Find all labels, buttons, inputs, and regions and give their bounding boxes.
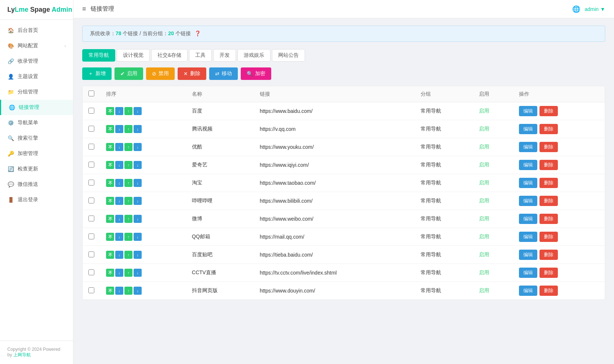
sidebar-item-collection[interactable]: 🔗 收录管理 [0,54,73,69]
edit-button-9[interactable]: 编辑 [519,268,537,278]
sort-bottom-0[interactable]: ↓ [115,107,123,115]
sidebar-item-theme[interactable]: 👤 主题设置 [0,69,73,84]
sort-top-7[interactable]: 不 [106,233,114,241]
delete-button-9[interactable]: 删除 [539,268,558,278]
delete-button-6[interactable]: 删除 [539,214,558,224]
sidebar-item-logout[interactable]: 🚪 退出登录 [0,192,73,207]
sort-down-7[interactable]: ↓ [134,233,142,241]
delete-button-5[interactable]: 删除 [539,196,558,206]
tab-tools[interactable]: 工具 [189,49,212,62]
sort-up-8[interactable]: ↑ [124,251,132,259]
sort-down-0[interactable]: ↓ [134,107,142,115]
sort-bottom-9[interactable]: ↓ [115,269,123,277]
sort-up-9[interactable]: ↑ [124,269,132,277]
footer-link[interactable]: 上网导航 [13,352,31,357]
sort-bottom-8[interactable]: ↓ [115,251,123,259]
row-checkbox-5[interactable] [88,198,94,203]
sort-down-5[interactable]: ↓ [134,197,142,205]
edit-button-7[interactable]: 编辑 [519,232,537,242]
sort-down-3[interactable]: ↓ [134,161,142,169]
edit-button-2[interactable]: 编辑 [519,142,537,152]
hamburger-icon[interactable]: ≡ [82,5,86,13]
sort-top-1[interactable]: 不 [106,125,114,133]
sort-up-6[interactable]: ↑ [124,215,132,223]
sort-up-10[interactable]: ↑ [124,287,132,295]
sort-down-9[interactable]: ↓ [134,269,142,277]
sort-top-6[interactable]: 不 [106,215,114,223]
edit-button-6[interactable]: 编辑 [519,214,537,224]
sort-up-1[interactable]: ↑ [124,125,132,133]
delete-button-4[interactable]: 删除 [539,178,558,188]
theme-icon[interactable]: 🌐 [572,5,580,13]
sort-up-3[interactable]: ↑ [124,161,132,169]
tab-design-view[interactable]: 设计视觉 [117,49,150,62]
row-checkbox-0[interactable] [88,108,94,114]
sort-down-6[interactable]: ↓ [134,215,142,223]
sort-up-5[interactable]: ↑ [124,197,132,205]
row-checkbox-8[interactable] [88,251,94,257]
sort-top-5[interactable]: 不 [106,197,114,205]
row-checkbox-10[interactable] [88,287,94,293]
sort-down-8[interactable]: ↓ [134,251,142,259]
delete-button-1[interactable]: 删除 [539,124,558,134]
delete-button-3[interactable]: 删除 [539,160,558,170]
move-button[interactable]: ⇄ 移动 [209,67,238,80]
encrypt-button[interactable]: 🔍 加密 [241,67,271,80]
delete-button-7[interactable]: 删除 [539,232,558,242]
sort-top-4[interactable]: 不 [106,179,114,187]
delete-button-10[interactable]: 删除 [539,286,558,296]
edit-button-4[interactable]: 编辑 [519,178,537,188]
row-checkbox-7[interactable] [88,234,94,239]
disable-button[interactable]: ⊘ 禁用 [146,67,175,80]
sort-bottom-2[interactable]: ↓ [115,143,123,151]
tab-games[interactable]: 游戏娱乐 [237,49,270,62]
add-button[interactable]: ＋ 新增 [82,67,112,80]
sort-bottom-4[interactable]: ↓ [115,179,123,187]
sort-down-2[interactable]: ↓ [134,143,142,151]
sidebar-item-website-config[interactable]: 🎨 网站配置 › [0,38,73,54]
sort-down-4[interactable]: ↓ [134,179,142,187]
sort-top-8[interactable]: 不 [106,251,114,259]
delete-button-0[interactable]: 删除 [539,106,558,116]
sort-top-0[interactable]: 不 [106,107,114,115]
tab-site-notice[interactable]: 网站公告 [272,49,305,62]
sidebar-item-check-update[interactable]: 🔄 检查更新 [0,161,73,177]
delete-button-8[interactable]: 删除 [539,250,558,260]
user-menu[interactable]: admin ▼ [585,6,605,12]
sort-up-7[interactable]: ↑ [124,233,132,241]
delete-batch-button[interactable]: ✕ 删除 [178,67,206,80]
sort-bottom-6[interactable]: ↓ [115,215,123,223]
sort-top-10[interactable]: 不 [106,287,114,295]
tab-social-storage[interactable]: 社交&存储 [151,49,188,62]
sidebar-item-links[interactable]: 🌐 链接管理 [0,100,73,115]
tab-common-nav[interactable]: 常用导航 [82,49,115,62]
sort-up-4[interactable]: ↑ [124,179,132,187]
tab-dev[interactable]: 开发 [213,49,236,62]
edit-button-0[interactable]: 编辑 [519,106,537,116]
help-icon[interactable]: ❓ [195,30,201,36]
sort-bottom-5[interactable]: ↓ [115,197,123,205]
edit-button-5[interactable]: 编辑 [519,196,537,206]
row-checkbox-1[interactable] [88,126,94,132]
sidebar-item-nav-menu[interactable]: ⚙️ 导航菜单 [0,115,73,130]
edit-button-3[interactable]: 编辑 [519,160,537,170]
row-checkbox-9[interactable] [88,269,94,275]
sort-top-9[interactable]: 不 [106,269,114,277]
sort-up-2[interactable]: ↑ [124,143,132,151]
sidebar-item-search[interactable]: 🔍 搜索引擎 [0,130,73,146]
sort-top-2[interactable]: 不 [106,143,114,151]
sidebar-item-encrypt[interactable]: 🔑 加密管理 [0,146,73,161]
edit-button-10[interactable]: 编辑 [519,286,537,296]
row-checkbox-6[interactable] [88,216,94,221]
edit-button-1[interactable]: 编辑 [519,124,537,134]
edit-button-8[interactable]: 编辑 [519,250,537,260]
sort-down-10[interactable]: ↓ [134,287,142,295]
enable-button[interactable]: ✔ 启用 [115,67,143,80]
sidebar-item-dashboard[interactable]: 🏠 后台首页 [0,23,73,38]
sort-down-1[interactable]: ↓ [134,125,142,133]
sidebar-item-group[interactable]: 📁 分组管理 [0,84,73,100]
row-checkbox-3[interactable] [88,162,94,168]
sort-bottom-10[interactable]: ↓ [115,287,123,295]
select-all-checkbox[interactable] [88,91,94,96]
row-checkbox-4[interactable] [88,180,94,185]
